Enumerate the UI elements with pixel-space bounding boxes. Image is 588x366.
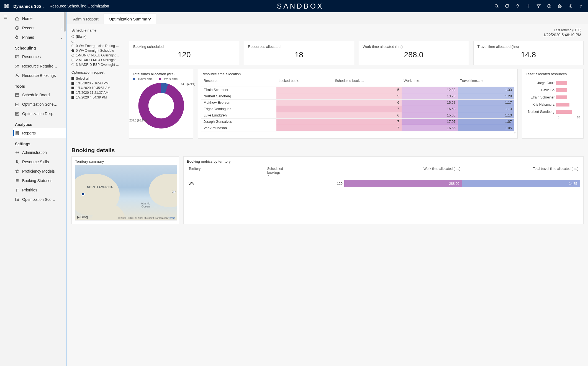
checkbox-icon [71,77,74,80]
schedule-name-option[interactable]: 1-MUNICH-DEU Overnight… [71,53,124,58]
add-circle-icon[interactable] [544,1,554,11]
nav-booking-statuses[interactable]: Booking Statuses [13,176,66,185]
nav-pinned[interactable]: Pinned ⌄ [13,33,66,42]
col-territory[interactable]: Territory [187,166,266,180]
cell-travel: 1.17 [458,100,514,106]
map[interactable]: NORTH AMERICA AtlanticOcean EU ▶ Bing © … [75,165,177,220]
map-label-na: NORTH AMERICA [87,185,113,189]
col-travel[interactable]: Travel time… [458,77,514,87]
nav-optimization-scopes[interactable]: Optimization Sco… [13,195,66,204]
checkbox-icon [71,96,74,99]
bulb-icon[interactable] [513,1,523,11]
hamburger-icon[interactable] [3,15,10,22]
radio-icon [71,40,74,43]
kpi-value: 18 [248,50,350,59]
table-row[interactable]: WA 120 288.00 14.75 [187,180,580,188]
scrollbar-thumb[interactable] [64,12,66,32]
col-travel[interactable]: Total travel time allocated (hrs) [462,166,580,180]
table-row[interactable]: Norbert Sandberg 5 13.28 1.28 [201,93,514,100]
col-resource[interactable]: Resource [201,77,276,87]
nav-proficiency-models[interactable]: Proficiency Models [13,167,66,176]
table-row[interactable]: Matthew Everson 6 15.67 1.17 [201,100,514,106]
schedule-name-option[interactable]: (Blank) [71,34,124,39]
cell-resource: Van Amundson [201,125,276,131]
cell-resource: Norbert Sandberg [201,93,276,100]
map-pin-icon[interactable] [173,191,175,193]
resource-table: Resource Locked book… Scheduled booki… W… [201,77,514,131]
col-scheduled[interactable]: Scheduledbookings▼ [266,166,344,180]
puzzle-icon[interactable] [555,1,565,11]
table-row[interactable]: Van Amundson 7 16.55 1.05 [201,125,514,131]
nav-resource-bookings[interactable]: Resource Bookings [13,71,66,80]
people-icon [15,64,19,68]
col-work[interactable]: Work time allocated (hrs) [344,166,462,180]
refresh-label: Last refresh (UTC) [543,28,581,32]
opt-request-option[interactable]: 1/10/2020 2:16:48 PM [71,81,124,85]
nav-resources[interactable]: Resources [13,52,66,61]
opt-request-option[interactable]: Select all [71,76,124,81]
plus-icon[interactable] [523,1,533,11]
nav-optimization-schedules[interactable]: Optimization Sche… [13,100,66,109]
radio-icon [71,54,74,57]
filter-icon[interactable] [534,1,544,11]
schedule-name-option[interactable]: 0-WA Overnight Schedule [71,48,124,53]
col-work[interactable]: Work time… [402,77,458,87]
nav-resource-skills[interactable]: Resource Skills [13,157,66,167]
card-title: Resource time allocation [201,72,514,76]
schedule-name-option[interactable] [71,39,124,43]
table-row[interactable]: Efrain Schreiner 5 12.83 1.33 [201,87,514,93]
bar-row[interactable]: David So [526,87,580,93]
gear-icon[interactable] [565,1,575,11]
search-icon[interactable] [492,1,502,11]
schedule-name-option[interactable]: 3-MADRID-ESP Overnight … [71,62,124,67]
target-icon[interactable] [502,1,512,11]
table-row[interactable]: Luke Lundgren 6 15.63 1.13 [201,112,514,119]
nav-reports[interactable]: Reports [13,128,66,138]
schedule-name-option[interactable]: 0-WA Emergencies During … [71,43,124,48]
terms-link[interactable]: Terms [168,217,175,219]
opt-request-option[interactable]: 1/14/2020 10:45:51 AM [71,85,124,90]
opt-request-option[interactable]: 1/7/2020 11:21:37 AM [71,90,124,95]
bar-row[interactable]: Kris Nakamura [526,102,580,108]
svg-rect-3 [5,6,6,6]
map-pin-icon[interactable] [81,193,85,196]
nav-schedule-board[interactable]: Schedule Board [13,90,66,100]
svg-point-44 [17,199,19,201]
table-row[interactable]: Edgar Dominguez 7 16.63 1.13 [201,106,514,112]
nav-administration[interactable]: Administration [13,148,66,157]
app-launcher-icon[interactable] [2,2,11,11]
legend-item: Travel time [138,77,153,81]
cell-locked [276,112,333,119]
group-settings: Settings [13,138,66,148]
checkbox-icon [71,87,74,89]
bar-row[interactable]: Jorge Gault [526,80,580,86]
kpi-value: 120 [133,50,235,59]
nav-home[interactable]: Home [13,14,66,23]
rail [0,12,13,366]
nav-optimization-requests[interactable]: Optimization Req… [13,109,66,118]
schedule-name-option[interactable]: 2-MEXICO-MEX Overnight … [71,58,124,62]
brand-label[interactable]: Dynamics 365 [13,4,41,9]
col-scheduled[interactable]: Scheduled booki… [333,77,401,87]
card-title: Territory summary [75,159,175,163]
cell-work: 15.67 [402,100,458,106]
help-icon[interactable] [576,1,586,11]
bar-row[interactable]: Efrain Schreiner [526,94,580,100]
nav-priorities[interactable]: Priorities [13,185,66,195]
bar-row[interactable]: Norbert Sandberg [526,109,580,115]
pin-icon [15,35,19,40]
col-locked[interactable]: Locked book… [276,77,333,87]
opt-request-option[interactable]: 1/7/2020 4:54:39 PM [71,95,124,100]
bing-logo: ▶ Bing [77,215,88,219]
chevron-down-icon[interactable]: ⌄ [42,4,45,8]
nav-resource-requirements[interactable]: Resource Require… [13,61,66,71]
nav-recent[interactable]: Recent ⌄ [13,23,66,33]
svg-rect-4 [6,6,7,6]
tab-optimization-summary[interactable]: Optimization Summary [104,14,156,24]
map-label-ao: AtlanticOcean [141,202,150,208]
svg-rect-0 [5,4,6,5]
table-scrollbar[interactable]: ▴▾ [513,79,516,135]
tab-admin-report[interactable]: Admin Report [68,14,104,24]
table-row[interactable]: Joseph Gonsalves 7 17.07 1.07 [201,119,514,125]
svg-point-28 [17,65,19,66]
